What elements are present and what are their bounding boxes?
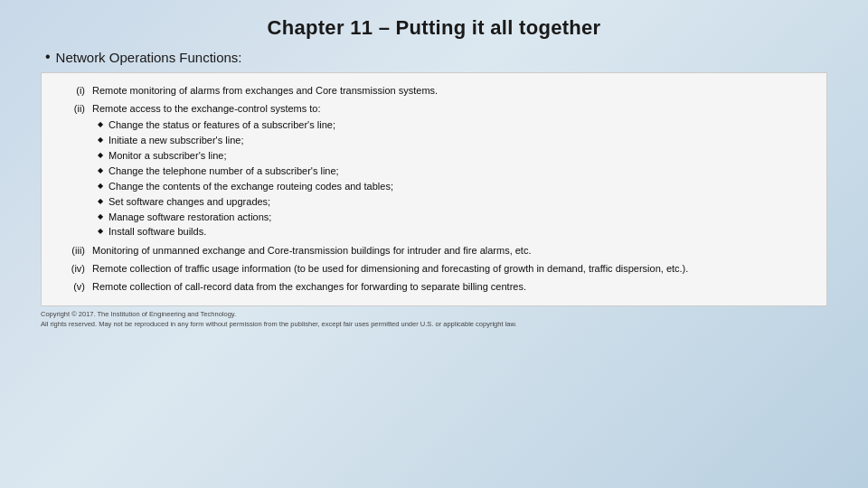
copyright-box: Copyright © 2017. The Institution of Eng… xyxy=(41,310,827,329)
roman-content: Remote monitoring of alarms from exchang… xyxy=(92,84,808,99)
bullet-icon: ◆ xyxy=(92,225,108,237)
roman-list: (i)Remote monitoring of alarms from exch… xyxy=(60,84,808,295)
bullet-icon: ◆ xyxy=(92,118,108,130)
roman-text: Monitoring of unmanned exchange and Core… xyxy=(92,244,808,258)
sub-item: ◆Change the status or features of a subs… xyxy=(92,118,808,133)
copyright-line1: Copyright © 2017. The Institution of Eng… xyxy=(41,310,827,320)
header-bullet: Network Operations Functions: xyxy=(45,49,242,65)
roman-text: Remote collection of traffic usage infor… xyxy=(92,262,808,277)
bullet-icon: ◆ xyxy=(92,164,108,176)
roman-text: Remote collection of call-record data fr… xyxy=(92,280,808,295)
roman-item: (v)Remote collection of call-record data… xyxy=(60,280,808,295)
roman-text: Remote monitoring of alarms from exchang… xyxy=(92,84,808,99)
roman-item: (i)Remote monitoring of alarms from exch… xyxy=(60,84,808,99)
sub-text: Set software changes and upgrades; xyxy=(108,195,808,210)
sub-item: ◆Set software changes and upgrades; xyxy=(92,195,808,210)
sub-text: Initiate a new subscriber's line; xyxy=(108,134,808,148)
sub-item: ◆Install software builds. xyxy=(92,225,808,239)
roman-content: Monitoring of unmanned exchange and Core… xyxy=(92,244,808,258)
copyright-line2: All rights reserved. May not be reproduc… xyxy=(41,320,827,330)
sub-text: Change the telephone number of a subscri… xyxy=(108,164,808,179)
roman-content: Remote collection of traffic usage infor… xyxy=(92,262,808,277)
bullet-icon: ◆ xyxy=(92,180,108,192)
sub-item: ◆Change the telephone number of a subscr… xyxy=(92,164,808,179)
bullet-icon: ◆ xyxy=(92,149,108,161)
sub-item: ◆Change the contents of the exchange rou… xyxy=(92,180,808,194)
roman-num: (v) xyxy=(60,280,92,295)
sub-text: Change the contents of the exchange rout… xyxy=(108,180,808,194)
sub-list: ◆Change the status or features of a subs… xyxy=(92,118,808,240)
sub-text: Change the status or features of a subsc… xyxy=(108,118,808,133)
roman-content: Remote collection of call-record data fr… xyxy=(92,280,808,295)
roman-num: (i) xyxy=(60,84,92,99)
bullet-icon: ◆ xyxy=(92,211,108,222)
slide-title: Chapter 11 – Putting it all together xyxy=(268,16,601,40)
roman-content: Remote access to the exchange-control sy… xyxy=(92,102,808,240)
content-box: (i)Remote monitoring of alarms from exch… xyxy=(41,72,827,306)
sub-item: ◆Initiate a new subscriber's line; xyxy=(92,134,808,148)
bullet-icon: ◆ xyxy=(92,134,108,145)
bullet-icon: ◆ xyxy=(92,195,108,207)
roman-item: (ii)Remote access to the exchange-contro… xyxy=(60,102,808,240)
roman-item: (iii)Monitoring of unmanned exchange and… xyxy=(60,244,808,258)
sub-item: ◆Monitor a subscriber's line; xyxy=(92,149,808,164)
roman-text: Remote access to the exchange-control sy… xyxy=(92,102,808,117)
roman-num: (iii) xyxy=(60,244,92,258)
roman-item: (iv)Remote collection of traffic usage i… xyxy=(60,262,808,277)
roman-num: (ii) xyxy=(60,102,92,117)
sub-item: ◆Manage software restoration actions; xyxy=(92,211,808,225)
roman-num: (iv) xyxy=(60,262,92,277)
sub-text: Install software builds. xyxy=(108,225,808,239)
sub-text: Monitor a subscriber's line; xyxy=(108,149,808,164)
sub-text: Manage software restoration actions; xyxy=(108,211,808,225)
